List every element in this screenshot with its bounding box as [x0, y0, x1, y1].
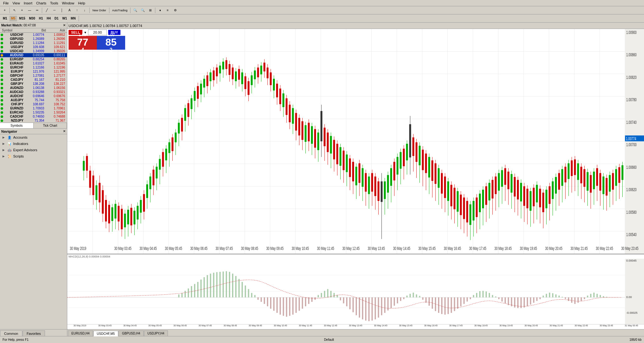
market-watch-row-nzdjpy[interactable]: NZDJPY 71.354 71.367 [0, 119, 67, 123]
svg-rect-98 [165, 149, 167, 160]
zoom-chart-out[interactable]: 🔍 [139, 7, 146, 14]
navigator-close-button[interactable]: ✕ [63, 129, 66, 133]
amount-input[interactable] [88, 30, 107, 35]
menu-insert[interactable]: Insert [22, 1, 34, 6]
tab-common[interactable]: Common [0, 330, 22, 336]
chart-tab-eurusd-h4[interactable]: EURUSD,H4 [68, 330, 93, 336]
tf-m30[interactable]: M30 [27, 16, 36, 21]
svg-rect-80 [137, 206, 139, 220]
chart-tab-usdchf-m5[interactable]: USDCHF,M5 [93, 331, 118, 336]
nav-item-expert-advisors[interactable]: ▶ 🤖 Expert Advisors [0, 147, 67, 153]
cursor-button[interactable]: ↖ [11, 7, 18, 14]
text-button[interactable]: A [66, 7, 73, 14]
symbol-dot [1, 87, 3, 89]
market-watch-table: USDCHF 1.00774 1.00852 GBPUSD 1.26089 1.… [0, 33, 67, 123]
market-watch-row-audnzd[interactable]: AUDNZD 1.06138 1.06156 [0, 86, 67, 90]
market-watch-row-usdjpy[interactable]: USDJPY 109.608 109.621 [0, 45, 67, 49]
template-button[interactable]: ≡ [164, 7, 171, 14]
market-watch-row-gbpjpy[interactable]: GBPJPY 138.208 138.227 [0, 82, 67, 86]
market-watch-row-audcad[interactable]: AUDCAD 0.93288 0.93321 [0, 90, 67, 94]
nav-item-label: Indicators [13, 142, 28, 146]
symbol-name: AUDCAD [4, 90, 25, 94]
tab-favorites[interactable]: Favorites [23, 330, 45, 336]
chart-tab-gbpusd-h4[interactable]: GBPUSD,H4 [119, 330, 144, 336]
crosshair-button[interactable]: + [19, 7, 25, 14]
new-order-button[interactable]: New Order [91, 7, 108, 14]
tf-mn[interactable]: MN [69, 16, 77, 21]
svg-rect-497 [441, 297, 442, 314]
tf-m5[interactable]: M5 [9, 16, 17, 21]
tf-d1[interactable]: D1 [53, 16, 60, 21]
nav-item-accounts[interactable]: ▶ 👤 Accounts [0, 134, 67, 141]
new-chart-button[interactable]: + [1, 7, 8, 14]
tf-m1[interactable]: M1 [1, 16, 9, 21]
market-watch-row-audjpy[interactable]: AUDJPY 75.744 75.758 [0, 98, 67, 102]
menu-file[interactable]: File [1, 1, 11, 6]
market-watch-row-eurnzd[interactable]: EURNZD 1.70933 1.70961 [0, 106, 67, 110]
tf-h4[interactable]: H4 [45, 16, 53, 21]
market-watch-row-eurchf[interactable]: EURCHF 1.12166 1.12196 [0, 65, 67, 69]
market-watch-row-euraud[interactable]: EURAUD 1.61027 1.61045 [0, 61, 67, 65]
symbol-name: EURUSD [4, 41, 25, 45]
autotrading-button[interactable]: AutoTrading [111, 7, 129, 14]
hline-button[interactable]: ─ [51, 7, 58, 14]
arrow2-button[interactable]: ↓ [81, 7, 88, 14]
symbol-dot [1, 54, 3, 57]
symbol-bid: 138.208 [25, 82, 45, 86]
nav-item-scripts[interactable]: ▶ 📜 Scripts [0, 153, 67, 159]
chart-tab-usdjpy-h4[interactable]: USDJPY,H4 [144, 330, 168, 336]
market-watch-row-eurcad[interactable]: EURCAD 1.50235 1.50264 [0, 110, 67, 114]
menu-tools[interactable]: Tools [48, 1, 60, 6]
tab-tick-chart[interactable]: Tick Chart [34, 123, 67, 128]
nav-item-indicators[interactable]: ▶ 📊 Indicators [0, 141, 67, 147]
svg-rect-172 [282, 93, 284, 107]
svg-rect-232 [378, 181, 380, 201]
menu-charts[interactable]: Charts [34, 1, 48, 6]
market-watch-row-gbpusd[interactable]: GBPUSD 1.26089 1.26096 [0, 37, 67, 41]
market-watch-row-cadjpy[interactable]: CADJPY 81.167 81.210 [0, 78, 67, 82]
zoom-in-button[interactable]: — [26, 7, 33, 14]
svg-rect-326 [526, 189, 528, 208]
market-watch-close-button[interactable]: ✕ [63, 23, 66, 27]
market-watch-row-eurusd[interactable]: EURUSD 1.11284 1.11291 [0, 41, 67, 45]
tf-m15[interactable]: M15 [18, 16, 27, 21]
market-watch-row-eurgbp[interactable]: EURGBP 0.88254 0.88265 [0, 57, 67, 61]
tab-symbols[interactable]: Symbols [0, 123, 34, 128]
svg-rect-362 [584, 169, 586, 187]
svg-rect-545 [593, 293, 595, 297]
market-watch-row-chfjpy[interactable]: CHFJPY 108.697 108.752 [0, 102, 67, 106]
indicators-button[interactable]: ♦ [157, 7, 164, 14]
market-watch-row-usdcad[interactable]: USDCAD 1.34999 1.35026 [0, 49, 67, 53]
menu-help[interactable]: Help [76, 1, 87, 6]
vline-button[interactable]: │ [58, 7, 65, 14]
svg-rect-380 [612, 173, 614, 190]
svg-rect-110 [184, 108, 186, 121]
chart-area[interactable]: 1.00900 1.00860 1.00820 1.00780 1.00740 … [67, 29, 644, 329]
market-watch-row-audusd[interactable]: AUDUSD 0.69105 0.69111 [0, 53, 67, 57]
svg-rect-308 [498, 173, 500, 191]
nav-expand-icon: ▶ [3, 142, 6, 145]
tf-h1[interactable]: H1 [37, 16, 45, 21]
arrow-button[interactable]: ↑ [74, 7, 80, 14]
menu-window[interactable]: Window [60, 1, 76, 6]
line-button[interactable]: ╱ [43, 7, 50, 14]
svg-rect-516 [502, 297, 503, 302]
chart-panel: USDCHF,M5 1.00762 1.00784 1.00757 1.0077… [67, 23, 644, 336]
buy-price-button[interactable]: 1.00 85 2 [97, 36, 125, 50]
settings-button[interactable]: ⚙ [172, 7, 179, 14]
market-watch-row-usdchf[interactable]: USDCHF 1.00774 1.00852 [0, 33, 67, 37]
zoom-chart-in[interactable]: 🔍 [132, 7, 139, 14]
tf-w1[interactable]: W1 [61, 16, 69, 21]
svg-text:30 May 11:45: 30 May 11:45 [317, 246, 334, 251]
zoom-out-button[interactable]: ═ [34, 7, 41, 14]
svg-rect-515 [498, 297, 499, 299]
market-watch-row-audchf[interactable]: AUDCHF 0.69646 0.69676 [0, 94, 67, 98]
svg-rect-527 [536, 297, 537, 301]
chart-fit[interactable]: ⊞ [147, 7, 154, 14]
menu-view[interactable]: View [11, 1, 22, 6]
sell-price-button[interactable]: 1.00 77 4 [69, 36, 97, 50]
market-watch-row-gbpchf[interactable]: GBPCHF 1.27081 1.27177 [0, 74, 67, 78]
market-watch-row-eurjpy[interactable]: EURJPY 121.976 121.995 [0, 69, 67, 74]
market-watch-row-cadchf[interactable]: CADCHF 0.74650 0.74688 [0, 114, 67, 119]
svg-rect-470 [356, 297, 357, 315]
